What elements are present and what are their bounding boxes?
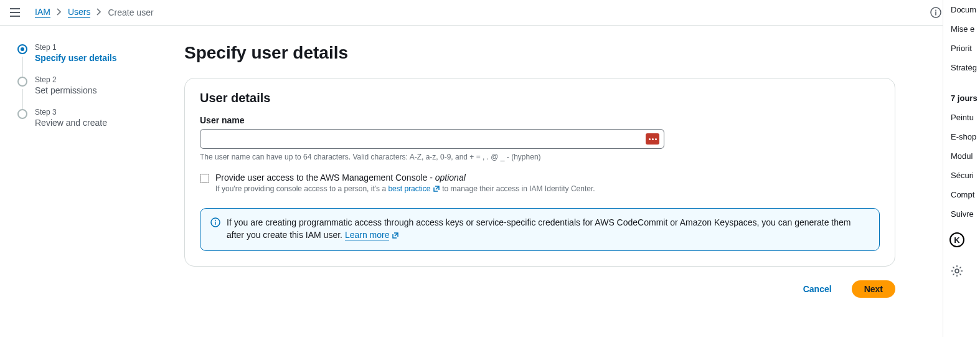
user-details-panel: User details User name The user name can… bbox=[184, 78, 895, 267]
console-access-checkbox[interactable] bbox=[200, 174, 209, 183]
wizard-step-title: Review and create bbox=[35, 118, 162, 128]
breadcrumb-users-link[interactable]: Users bbox=[68, 7, 91, 18]
cancel-button[interactable]: Cancel bbox=[791, 280, 844, 298]
wizard-step-1[interactable]: Step 1 Specify user details bbox=[17, 43, 162, 75]
wizard-nav: Step 1 Specify user details Step 2 Set p… bbox=[0, 26, 174, 337]
username-hint: The user name can have up to 64 characte… bbox=[200, 153, 880, 161]
info-icon bbox=[210, 217, 220, 227]
console-access-hint: If you're providing console access to a … bbox=[215, 184, 595, 194]
drawer-item[interactable]: E-shop bbox=[943, 127, 980, 146]
checkbox-label-optional: optional bbox=[435, 173, 466, 183]
radio-active-icon bbox=[17, 44, 27, 54]
k-badge-icon[interactable]: K bbox=[949, 232, 964, 247]
breadcrumb-current: Create user bbox=[108, 7, 153, 17]
drawer-item[interactable]: Sécuri bbox=[943, 166, 980, 185]
chevron-right-icon bbox=[97, 7, 101, 17]
learn-more-link[interactable]: Learn more bbox=[345, 230, 390, 240]
info-box: If you are creating programmatic access … bbox=[200, 208, 880, 251]
sub-hint-suffix: to manage their access in IAM Identity C… bbox=[440, 184, 595, 193]
page-title: Specify user details bbox=[184, 43, 895, 63]
wizard-step-title: Specify user details bbox=[35, 53, 162, 63]
svg-point-4 bbox=[215, 220, 216, 221]
console-access-row: Provide user access to the AWS Managemen… bbox=[200, 173, 880, 194]
external-link-icon bbox=[433, 185, 440, 194]
right-drawer: Docum Mise e Priorit Stratég 7 jours Pei… bbox=[943, 0, 980, 337]
checkbox-label-prefix: Provide user access to the AWS Managemen… bbox=[215, 173, 435, 183]
svg-rect-2 bbox=[935, 12, 936, 16]
svg-point-6 bbox=[955, 269, 959, 273]
hamburger-menu-icon[interactable] bbox=[10, 5, 25, 20]
gear-icon[interactable] bbox=[951, 265, 980, 279]
radio-empty-icon bbox=[17, 77, 27, 87]
content: Specify user details User details User n… bbox=[174, 26, 915, 337]
breadcrumb: IAM Users Create user bbox=[35, 7, 154, 18]
username-label: User name bbox=[200, 115, 880, 125]
external-link-icon bbox=[392, 230, 399, 242]
breadcrumb-iam-link[interactable]: IAM bbox=[35, 7, 50, 18]
info-text: If you are creating programmatic access … bbox=[227, 217, 850, 240]
wizard-step-title: Set permissions bbox=[35, 85, 162, 95]
wizard-step-3[interactable]: Step 3 Review and create bbox=[17, 108, 162, 128]
wizard-step-label: Step 2 bbox=[35, 75, 162, 84]
drawer-item[interactable]: Docum bbox=[943, 0, 980, 19]
username-input[interactable] bbox=[200, 129, 664, 149]
top-header: IAM Users Create user bbox=[0, 0, 980, 26]
info-text-container: If you are creating programmatic access … bbox=[227, 216, 869, 243]
main-area: Step 1 Specify user details Step 2 Set p… bbox=[0, 26, 980, 337]
drawer-item[interactable]: Stratég bbox=[943, 58, 980, 77]
info-icon[interactable] bbox=[930, 6, 942, 19]
wizard-step-2[interactable]: Step 2 Set permissions bbox=[17, 75, 162, 108]
drawer-item[interactable]: Modul bbox=[943, 146, 980, 166]
drawer-item[interactable]: Suivre bbox=[943, 204, 980, 224]
wizard-step-label: Step 3 bbox=[35, 108, 162, 116]
drawer-item[interactable]: Compt bbox=[943, 185, 980, 204]
footer-buttons: Cancel Next bbox=[184, 280, 895, 298]
password-manager-icon[interactable] bbox=[646, 133, 659, 145]
panel-title: User details bbox=[200, 91, 880, 105]
best-practice-link[interactable]: best practice bbox=[388, 184, 430, 193]
svg-rect-5 bbox=[215, 222, 215, 225]
console-access-label: Provide user access to the AWS Managemen… bbox=[215, 173, 595, 183]
drawer-item[interactable]: Priorit bbox=[943, 39, 980, 58]
svg-point-1 bbox=[935, 10, 936, 11]
next-button[interactable]: Next bbox=[852, 280, 895, 298]
wizard-step-label: Step 1 bbox=[35, 43, 162, 52]
radio-empty-icon bbox=[17, 109, 27, 119]
drawer-heading: 7 jours bbox=[943, 88, 980, 108]
drawer-item[interactable]: Peintu bbox=[943, 108, 980, 127]
sub-hint-prefix: If you're providing console access to a … bbox=[215, 184, 388, 193]
username-input-wrap bbox=[200, 129, 664, 149]
chevron-right-icon bbox=[57, 7, 62, 17]
drawer-item[interactable]: Mise e bbox=[943, 19, 980, 39]
